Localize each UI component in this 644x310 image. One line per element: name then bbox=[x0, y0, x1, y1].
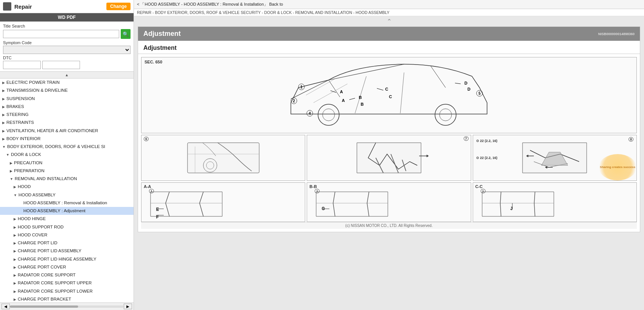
svg-line-24 bbox=[330, 91, 336, 93]
label-bb: B-B bbox=[309, 184, 317, 189]
nav-arrow: ▶ bbox=[14, 225, 16, 229]
nav-arrow: ▶ bbox=[2, 129, 5, 133]
nav-label: HOOD ASSEMBLY bbox=[18, 193, 55, 197]
sidebar-item-preparation[interactable]: ▶PREPARATION bbox=[0, 167, 134, 175]
diagram-cell-right: 8 ⊙ 22 (2.2, 16) ⊙ 22 (2.2, 16) bbox=[473, 135, 637, 181]
content-collapse-button[interactable]: ⌃ bbox=[134, 16, 644, 26]
sidebar-item-precaution[interactable]: ▶PRECAUTION bbox=[0, 159, 134, 167]
title-search-input[interactable] bbox=[3, 30, 119, 38]
wd-pdf-bar[interactable]: WD PDF bbox=[0, 13, 134, 22]
section-header-title: Adjustment bbox=[143, 30, 181, 38]
dtc-input-2[interactable] bbox=[42, 61, 80, 69]
search-button[interactable]: 🔍 bbox=[121, 29, 131, 39]
sidebar-item-body-exterior[interactable]: ▼BODY EXTERIOR, DOORS, ROOF & VEHICLE SI bbox=[0, 143, 134, 151]
diagram-cell-left: 6 bbox=[141, 135, 305, 181]
path-bar: REPAIR - BODY EXTERIOR, DOORS, ROOF & VE… bbox=[134, 9, 644, 16]
nav-arrow: ▶ bbox=[2, 113, 5, 117]
search-area: Title Search 🔍 Symptom Code DTC bbox=[0, 22, 134, 72]
logo-icon bbox=[3, 2, 11, 11]
nav-label: HOOD ASSEMBLY : Adjustment bbox=[23, 208, 85, 213]
svg-text:C: C bbox=[385, 87, 388, 91]
sidebar-item-charge-port-lid[interactable]: ▶CHARGE PORT LID bbox=[0, 239, 134, 247]
sidebar-item-radiator-core-lower[interactable]: ▶RADIATOR CORE SUPPORT LOWER bbox=[0, 287, 134, 295]
sidebar-item-suspension[interactable]: ▶SUSPENSION bbox=[0, 95, 134, 103]
nav-tree: ▶ELECTRIC POWER TRAIN▶TRANSMISSION & DRI… bbox=[0, 79, 134, 302]
nav-label: RADIATOR CORE SUPPORT UPPER bbox=[18, 281, 92, 285]
nav-label: HOOD HINGE bbox=[18, 216, 46, 221]
svg-text:2: 2 bbox=[293, 99, 295, 103]
sidebar-item-charge-port-lid-assy[interactable]: ▶CHARGE PORT LID ASSEMBLY bbox=[0, 247, 134, 255]
nav-label: CHARGE PORT LID ASSEMBLY bbox=[18, 248, 81, 253]
sidebar-item-body-interior[interactable]: ▶BODY INTERIOR bbox=[0, 135, 134, 143]
nav-label: BODY EXTERIOR, DOORS, ROOF & VEHICLE SI bbox=[7, 144, 105, 149]
svg-point-2 bbox=[435, 104, 456, 125]
breadcrumb-text: < 「HOOD ASSEMBLY - HOOD ASSEMBLY : Remov… bbox=[137, 2, 283, 7]
sidebar-item-hood-assembly[interactable]: ▼HOOD ASSEMBLY bbox=[0, 191, 134, 199]
nav-scroll-right[interactable]: ▶ bbox=[124, 304, 132, 309]
svg-text:B: B bbox=[359, 95, 362, 100]
nav-arrow: ▶ bbox=[2, 105, 5, 109]
sidebar-item-hood[interactable]: ▶HOOD bbox=[0, 183, 134, 191]
nav-arrow: ▶ bbox=[2, 81, 5, 85]
nav-label: RADIATOR CORE SUPPORT LOWER bbox=[18, 289, 93, 293]
svg-text:E: E bbox=[156, 207, 159, 211]
sidebar-item-hood-support-rod[interactable]: ▶HOOD SUPPORT ROD bbox=[0, 223, 134, 231]
dtc-input-1[interactable] bbox=[3, 61, 41, 69]
sidebar-item-hood-assembly-ri[interactable]: HOOD ASSEMBLY : Removal & Installation bbox=[0, 199, 134, 207]
nav-label: HOOD COVER bbox=[18, 233, 48, 237]
svg-text:A: A bbox=[342, 98, 345, 103]
nav-label: REMOVAL AND INSTALLATION bbox=[15, 176, 77, 181]
diagram-row-middle: 6 bbox=[141, 135, 637, 181]
nav-label: HOOD SUPPORT ROD bbox=[18, 225, 64, 229]
nav-arrow: ▼ bbox=[10, 177, 13, 181]
diagram-cell-right-svg bbox=[511, 135, 598, 180]
section-title-text: Adjustment bbox=[143, 45, 177, 51]
sidebar-item-transmission[interactable]: ▶TRANSMISSION & DRIVELINE bbox=[0, 86, 134, 94]
sidebar-item-hood-hinge[interactable]: ▶HOOD HINGE bbox=[0, 215, 134, 223]
change-button[interactable]: Change bbox=[106, 3, 131, 10]
diagram-row-bottom: A-A 1 E F bbox=[141, 182, 637, 222]
svg-text:5: 5 bbox=[478, 91, 481, 96]
title-search-label: Title Search bbox=[3, 24, 131, 28]
copyright-text: (c) NISSAN MOTOR CO., LTD. All Rights Re… bbox=[345, 224, 432, 228]
sidebar-item-brakes[interactable]: ▶BRAKES bbox=[0, 103, 134, 111]
watermark: Sharing creates success bbox=[599, 154, 636, 180]
svg-text:B: B bbox=[361, 102, 364, 106]
sidebar-item-charge-port-bracket[interactable]: ▶CHARGE PORT BRACKET bbox=[0, 295, 134, 302]
collapse-bar[interactable]: ▲ bbox=[0, 72, 134, 79]
svg-text:1: 1 bbox=[300, 85, 303, 89]
sidebar-item-charge-port-lid-hinge[interactable]: ▶CHARGE PORT LID HINGE ASSEMBLY bbox=[0, 255, 134, 263]
sidebar-item-door-lock[interactable]: ▼DOOR & LOCK bbox=[0, 151, 134, 159]
cell-label-6: 6 bbox=[144, 137, 149, 141]
sidebar-item-restraints[interactable]: ▶RESTRAINTS bbox=[0, 119, 134, 126]
sidebar-item-steering[interactable]: ▶STEERING bbox=[0, 111, 134, 119]
nav-label: STEERING bbox=[6, 112, 29, 117]
nav-scroll-left[interactable]: ◀ bbox=[2, 304, 10, 309]
nav-arrow: ▶ bbox=[14, 265, 16, 269]
symptom-code-select[interactable] bbox=[3, 46, 131, 54]
nav-label: PREPARATION bbox=[14, 168, 45, 173]
nav-arrow: ▶ bbox=[14, 281, 16, 285]
path-text: REPAIR - BODY EXTERIOR, DOORS, ROOF & VE… bbox=[137, 10, 389, 15]
sidebar-item-hood-assembly-adj[interactable]: HOOD ASSEMBLY : Adjustment bbox=[0, 207, 134, 215]
sidebar-item-radiator-core-support[interactable]: ▶RADIATOR CORE SUPPORT bbox=[0, 271, 134, 279]
car-diagram-svg: 1 2 4 5 A A B B C bbox=[261, 57, 517, 133]
sidebar-item-radiator-core-upper[interactable]: ▶RADIATOR CORE SUPPORT UPPER bbox=[0, 279, 134, 287]
sidebar-item-ventilation[interactable]: ▶VENTILATION, HEATER & AIR CONDITIONER bbox=[0, 127, 134, 135]
sidebar-item-electric-power-train[interactable]: ▶ELECTRIC POWER TRAIN bbox=[0, 79, 134, 86]
diagram-container: SEC. 650 bbox=[138, 54, 640, 232]
main-diagram: SEC. 650 bbox=[141, 57, 637, 133]
content-area[interactable]: ⌃ Adjustment NISB000000014898360 Adjustm… bbox=[134, 16, 644, 310]
sidebar-item-charge-port-cover[interactable]: ▶CHARGE PORT COVER bbox=[0, 263, 134, 271]
nav-label: TRANSMISSION & DRIVELINE bbox=[6, 88, 68, 93]
svg-point-1 bbox=[323, 109, 335, 121]
label-cc: C-C bbox=[475, 184, 483, 189]
sidebar-title: Repair bbox=[14, 3, 103, 10]
svg-line-27 bbox=[455, 83, 461, 84]
nav-label: VENTILATION, HEATER & AIR CONDITIONER bbox=[6, 128, 98, 133]
nav-arrow: ▶ bbox=[14, 249, 16, 253]
symptom-code-label: Symptom Code bbox=[3, 40, 131, 45]
sidebar-item-hood-cover[interactable]: ▶HOOD COVER bbox=[0, 231, 134, 239]
sidebar-item-removal-installation[interactable]: ▼REMOVAL AND INSTALLATION bbox=[0, 175, 134, 183]
svg-point-3 bbox=[440, 109, 452, 121]
